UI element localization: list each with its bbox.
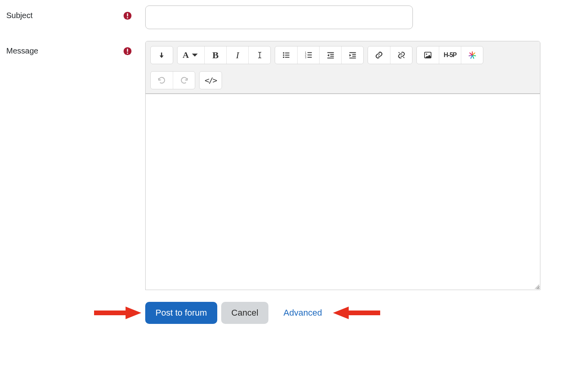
subject-row: Subject [6, 6, 582, 29]
subject-label-col: Subject [6, 6, 145, 20]
toolbar-group-lists: 123 [275, 46, 364, 64]
svg-rect-24 [352, 56, 356, 57]
svg-rect-9 [285, 55, 289, 55]
bold-icon: B [212, 50, 218, 61]
svg-rect-7 [285, 53, 289, 54]
toolbar: A B I [146, 41, 540, 94]
subject-input[interactable] [145, 6, 413, 29]
required-icon [123, 47, 132, 58]
toolbar-group-media: H-5P [416, 46, 483, 64]
h5p-icon: H-5P [444, 52, 456, 59]
bullet-list-button[interactable] [275, 46, 297, 64]
unlink-button[interactable] [390, 46, 412, 64]
toolbar-row-2: </> [150, 71, 535, 89]
forum-post-form: Subject Message [6, 6, 582, 324]
toolbar-group-history [150, 71, 195, 89]
svg-rect-1 [127, 13, 128, 17]
text-cursor-icon [255, 51, 264, 59]
svg-rect-19 [330, 54, 334, 55]
italic-button[interactable]: I [226, 46, 248, 64]
asterisk-color-icon [468, 51, 477, 59]
annotation-arrow-left [94, 305, 141, 321]
svg-marker-37 [333, 307, 349, 319]
button-col: Post to forum Cancel Advanced [145, 302, 582, 324]
svg-rect-20 [330, 56, 334, 57]
unlink-icon [397, 51, 406, 59]
svg-rect-21 [327, 57, 334, 58]
message-row: Message [6, 41, 582, 290]
svg-point-6 [283, 52, 285, 54]
image-button[interactable] [417, 46, 439, 64]
font-a-icon: A [183, 50, 199, 60]
code-icon: </> [205, 76, 216, 85]
cancel-button[interactable]: Cancel [221, 302, 268, 324]
image-icon [423, 51, 432, 59]
editor-toolbar: A B I [145, 41, 540, 94]
toolbar-row-1: A B I [150, 46, 535, 64]
svg-text:3: 3 [305, 56, 306, 59]
bullet-list-icon [282, 51, 290, 59]
h5p-button[interactable]: H-5P [439, 46, 461, 64]
svg-rect-17 [307, 57, 312, 58]
message-label-col: Message [6, 41, 145, 55]
svg-point-10 [283, 57, 285, 58]
toolbar-group-links [368, 46, 412, 64]
outdent-button[interactable] [319, 46, 341, 64]
indent-button[interactable] [341, 46, 363, 64]
embed-button[interactable] [461, 46, 483, 64]
numbered-list-button[interactable]: 123 [297, 46, 319, 64]
redo-icon [180, 76, 189, 85]
svg-point-2 [127, 17, 128, 18]
redo-button[interactable] [173, 72, 195, 89]
advanced-link[interactable]: Advanced [283, 308, 322, 318]
annotation-arrow-right [333, 305, 380, 321]
message-input-col: A B I [145, 41, 582, 290]
message-label: Message [6, 46, 38, 55]
text-cursor-button[interactable] [248, 46, 270, 64]
link-icon [375, 51, 383, 59]
svg-marker-36 [126, 307, 141, 319]
svg-rect-4 [127, 49, 128, 52]
svg-rect-13 [307, 52, 312, 53]
paragraph-style-button[interactable]: A [178, 46, 204, 64]
indent-icon [348, 51, 357, 59]
arrow-left-col [6, 305, 145, 321]
undo-button[interactable] [151, 72, 173, 89]
caret-down-icon [190, 51, 199, 59]
svg-rect-18 [327, 52, 334, 53]
post-to-forum-button[interactable]: Post to forum [145, 302, 217, 324]
arrow-down-icon [157, 51, 166, 59]
svg-rect-25 [349, 57, 356, 58]
numbered-list-icon: 123 [304, 51, 313, 59]
bold-button[interactable]: B [204, 46, 226, 64]
svg-point-8 [283, 54, 285, 56]
svg-rect-23 [352, 54, 356, 55]
toggle-toolbar-button[interactable] [151, 46, 173, 64]
svg-point-27 [426, 54, 427, 55]
svg-point-5 [127, 52, 128, 54]
undo-icon [157, 76, 166, 85]
link-button[interactable] [368, 46, 390, 64]
toolbar-group-expand [150, 46, 173, 64]
subject-input-col [145, 6, 582, 29]
toolbar-group-html: </> [199, 71, 222, 89]
svg-rect-11 [285, 57, 289, 58]
buttons-row: Post to forum Cancel Advanced [6, 302, 582, 324]
required-icon [123, 11, 132, 22]
resize-handle-icon[interactable] [534, 283, 539, 289]
html-source-button[interactable]: </> [200, 72, 222, 89]
toolbar-group-styles: A B I [177, 46, 271, 64]
italic-icon: I [236, 50, 239, 61]
svg-rect-22 [349, 52, 356, 53]
svg-rect-15 [307, 55, 312, 55]
subject-label: Subject [6, 11, 33, 20]
message-editor[interactable] [145, 94, 540, 290]
outdent-icon [326, 51, 335, 59]
